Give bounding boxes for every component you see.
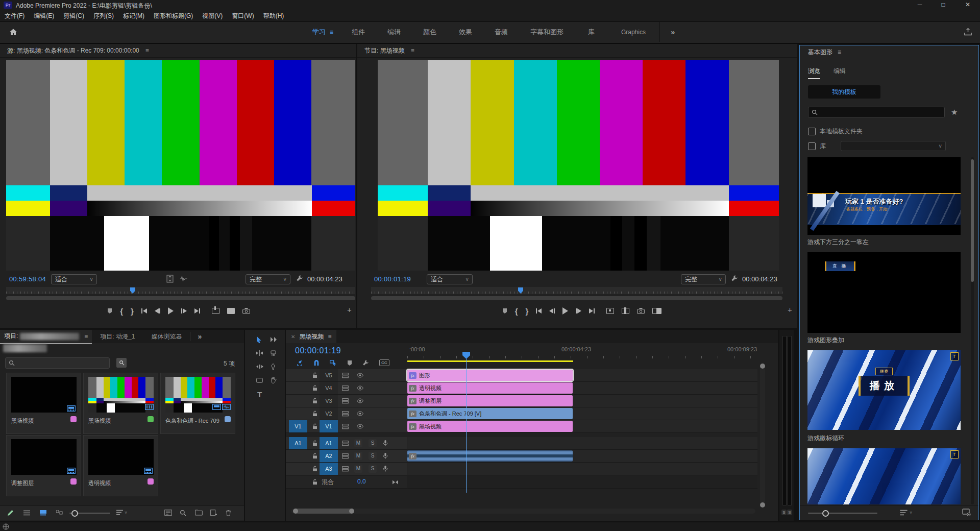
mute-button[interactable]: M (354, 465, 362, 473)
go-to-in-button[interactable] (536, 306, 542, 316)
mark-in-button[interactable]: { (120, 306, 123, 316)
project-tab-overflow[interactable]: » (190, 332, 209, 341)
tab-project-active[interactable]: 项目: ≡ (0, 330, 92, 344)
source-monitor-title[interactable]: 源: 黑场视频: 色条和色调 - Rec 709: 00:00:00:00 (7, 46, 139, 55)
source-patch-a1[interactable]: A1 (289, 437, 307, 449)
project-panel-menu-icon[interactable]: ≡ (84, 333, 88, 340)
search-in-bin-button[interactable] (116, 358, 127, 368)
workspace-tab-color[interactable]: 颜色 (412, 28, 448, 37)
workspace-tab-graphics[interactable]: Graphics (608, 29, 659, 36)
eg-sort-icon[interactable]: ˅ (900, 510, 912, 516)
list-view-icon[interactable] (23, 510, 30, 516)
toggle-track-output-eye-icon[interactable] (356, 424, 364, 429)
item-label[interactable]: 色条和色调 - Rec 709 (165, 417, 222, 425)
source-panel-menu-icon[interactable]: ≡ (145, 47, 149, 54)
share-export-icon[interactable] (964, 28, 972, 36)
fx-badge[interactable]: fx (409, 372, 416, 379)
favorites-star-icon[interactable]: ★ (951, 108, 958, 117)
clip-adjustment-layer[interactable]: fx 调整图层 (407, 395, 573, 406)
eg-thumb-size-knob[interactable] (822, 510, 829, 517)
fx-badge[interactable]: fx (409, 453, 416, 460)
checkbox-local-templates[interactable] (808, 128, 816, 135)
close-panel-icon[interactable]: ✕ (291, 334, 295, 340)
step-forward-button[interactable] (576, 306, 581, 316)
tab-browse[interactable]: 浏览 (808, 67, 820, 79)
insert-overwrite-sequence-icon[interactable] (296, 359, 303, 366)
rectangle-tool[interactable] (256, 378, 263, 383)
project-item-adjustment-layer[interactable]: 调整图层 (6, 435, 81, 496)
lock-icon[interactable] (312, 411, 317, 417)
extract-button[interactable] (622, 306, 629, 316)
tab-edit[interactable]: 编辑 (834, 67, 846, 79)
workspace-tab-assembly[interactable]: 组件 (340, 28, 376, 37)
source-quality-select[interactable]: 完整˅ (246, 274, 290, 284)
ripple-edit-tool[interactable] (256, 350, 263, 356)
local-templates-checkbox-row[interactable]: 本地模板文件夹 (808, 127, 863, 136)
menu-edit[interactable]: 编辑(E) (29, 12, 59, 20)
mute-button[interactable]: M (354, 452, 362, 460)
fx-badge[interactable]: fx (409, 423, 416, 430)
fx-badge[interactable]: fx (409, 385, 416, 392)
item-label[interactable]: 黑场视频 (88, 417, 144, 425)
go-to-out-button[interactable] (589, 306, 595, 316)
source-timecode[interactable]: 00:59:58:04 (9, 275, 46, 283)
selection-tool[interactable] (256, 336, 262, 344)
drag-audio-icon[interactable] (180, 275, 188, 282)
my-templates-button[interactable]: 我的模板 (808, 85, 880, 99)
timeline-panel-menu-icon[interactable]: ≡ (328, 333, 331, 340)
solo-button[interactable]: S (369, 465, 377, 473)
find-icon[interactable] (180, 510, 186, 516)
type-tool[interactable]: T (257, 390, 262, 399)
label-color-chip[interactable] (70, 416, 77, 422)
eg-scrollbar[interactable] (971, 157, 974, 504)
drag-video-icon[interactable] (166, 275, 174, 283)
voiceover-mic-icon[interactable] (383, 465, 388, 472)
toggle-track-output-eye-icon[interactable] (356, 398, 364, 403)
solo-button[interactable]: S (369, 439, 377, 447)
menu-file[interactable]: 文件(F) (0, 12, 29, 20)
sync-lock-icon[interactable] (342, 411, 349, 417)
meter-solo-left[interactable]: S (781, 510, 787, 515)
label-color-chip[interactable] (225, 416, 231, 422)
timeline-vscrollbar[interactable] (760, 364, 765, 508)
razor-tool[interactable] (271, 350, 276, 356)
thumbnail-size-slider-knob[interactable] (71, 510, 78, 517)
source-button-editor-plus[interactable]: + (347, 305, 352, 314)
menu-help[interactable]: 帮助(H) (259, 12, 289, 20)
timeline-tab[interactable]: ✕ 黑场视频 ≡ (286, 330, 336, 343)
source-zoom-scrollbar[interactable] (6, 296, 355, 300)
timeline-hscrollbar-track[interactable] (291, 509, 755, 514)
step-back-button[interactable] (549, 306, 555, 316)
mark-out-button[interactable]: } (526, 306, 529, 316)
comparison-view-button[interactable] (652, 306, 662, 316)
item-label[interactable]: 透明视频 (88, 479, 144, 487)
minimize-button[interactable]: ─ (912, 1, 928, 8)
source-zoom-select[interactable]: 适合˅ (51, 274, 97, 284)
add-marker-button[interactable] (502, 306, 507, 316)
snap-magnet-icon[interactable] (313, 359, 320, 366)
export-frame-button[interactable] (637, 306, 645, 316)
workspace-overflow-button[interactable]: » (659, 28, 686, 36)
new-item-icon[interactable] (210, 510, 217, 516)
overwrite-button[interactable] (227, 306, 235, 316)
timeline-ruler[interactable]: :00:00 00:00:04:23 00:00:09:23 (407, 345, 758, 360)
clip-black-video[interactable]: fx 黑场视频 (407, 421, 573, 432)
zoom-handle-right[interactable] (349, 509, 354, 514)
menu-graphics-titles[interactable]: 图形和标题(G) (149, 12, 198, 20)
menu-window[interactable]: 窗口(W) (227, 12, 258, 20)
sync-lock-icon[interactable] (342, 453, 349, 459)
go-to-out-button[interactable] (194, 306, 200, 316)
workspace-tab-captions-graphics[interactable]: 字幕和图形 (519, 28, 575, 37)
menu-markers[interactable]: 标记(M) (118, 12, 149, 20)
workspace-tab-audio[interactable]: 音频 (483, 28, 519, 37)
target-track-v1[interactable]: V1 (320, 420, 338, 432)
lock-icon[interactable] (312, 372, 317, 378)
lane-a3[interactable] (407, 463, 757, 475)
template-blue-diagonal[interactable]: T (807, 448, 961, 504)
lock-icon[interactable] (312, 479, 317, 485)
label-color-chip[interactable] (148, 416, 154, 422)
program-settings-wrench-icon[interactable] (731, 275, 738, 282)
clip-bars-and-tone[interactable]: fx 色条和色调 - Rec 709 [V] (407, 408, 573, 419)
hand-tool[interactable] (271, 377, 277, 383)
label-color-chip[interactable] (70, 478, 77, 485)
